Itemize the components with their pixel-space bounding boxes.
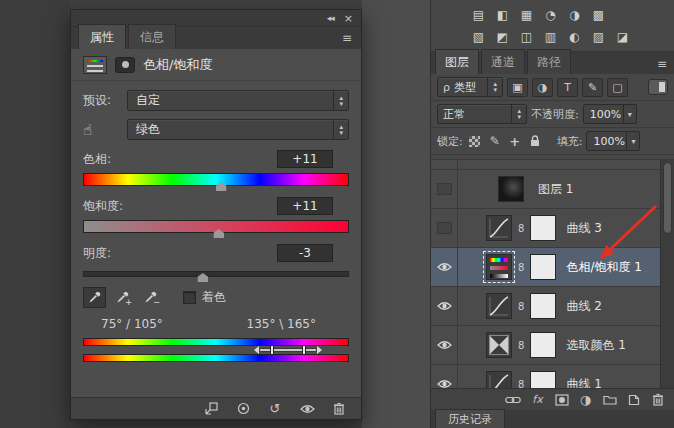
adjustment-preset-icon[interactable]: ◫ (519, 31, 534, 43)
colorize-control[interactable]: 着色 (183, 289, 226, 306)
layer-mask-thumbnail[interactable] (530, 293, 556, 319)
hue-slider-track[interactable] (83, 173, 349, 186)
layer-mask-thumbnail[interactable] (530, 371, 556, 388)
layer-name[interactable]: 选取颜色 1 (566, 337, 625, 354)
reset-adjustment-icon[interactable] (267, 401, 283, 417)
layer-mask-thumbnail[interactable] (530, 254, 556, 280)
layer-row-curves-1[interactable]: 8 曲线 1 (431, 365, 660, 388)
adjustment-preset-icon[interactable]: ◧ (495, 9, 510, 21)
filter-shape-layers-icon[interactable]: ✎ (582, 78, 603, 97)
channel-dropdown[interactable]: 绿色 (127, 119, 349, 140)
tab-properties[interactable]: 属性 (78, 24, 126, 49)
layer-name[interactable]: 色相/饱和度 1 (566, 259, 642, 276)
hue-saturation-adjustment-icon[interactable] (83, 56, 107, 74)
fill-dropdown-arrow-icon[interactable] (626, 132, 639, 150)
layer-row-curves-2[interactable]: 8 曲线 2 (431, 287, 660, 326)
toggle-visibility-eye-icon[interactable] (299, 401, 315, 417)
selective-color-layer-icon[interactable] (486, 332, 512, 358)
layer-list-scrollbar[interactable] (660, 159, 674, 388)
tab-layers[interactable]: 图层 (435, 49, 479, 74)
layer-row-partial[interactable] (431, 160, 660, 170)
eyedropper-subtract-icon[interactable] (139, 287, 162, 308)
mask-link-icon[interactable]: 8 (518, 340, 524, 351)
filter-type-layers-icon[interactable]: T (557, 78, 578, 97)
view-previous-state-icon[interactable] (235, 401, 251, 417)
mask-link-icon[interactable]: 8 (518, 223, 524, 234)
layers-panel-menu-icon[interactable]: ≡ (657, 57, 667, 71)
saturation-value-input[interactable]: +11 (277, 197, 333, 215)
tab-info[interactable]: 信息 (128, 24, 176, 49)
eyedropper-add-icon[interactable] (111, 287, 134, 308)
range-bar-right[interactable] (302, 345, 306, 355)
adjustment-preset-icon[interactable]: ◔ (543, 9, 558, 21)
layer-mask-thumbnail[interactable] (530, 332, 556, 358)
new-group-icon[interactable] (602, 392, 617, 407)
curves-layer-icon[interactable] (486, 293, 512, 319)
scrollbar-thumb[interactable] (663, 162, 672, 234)
hue-saturation-layer-icon[interactable] (486, 254, 512, 280)
adjustment-preset-icon[interactable]: ◑ (567, 9, 582, 21)
lock-transparent-pixels-icon[interactable] (467, 134, 483, 149)
new-layer-icon[interactable] (626, 392, 641, 407)
filter-kind-dropdown[interactable]: ρ 类型 (437, 77, 503, 97)
filter-toggle-icon[interactable] (648, 79, 668, 95)
preset-dropdown[interactable]: 自定 (127, 90, 349, 111)
range-triangle-left[interactable] (254, 346, 259, 354)
add-layer-mask-icon[interactable] (554, 392, 569, 407)
tab-history[interactable]: 历史记录 (435, 409, 505, 428)
eyedropper-icon[interactable] (83, 287, 106, 308)
tab-channels[interactable]: 通道 (481, 49, 525, 74)
adjustment-preset-icon[interactable]: ▨ (591, 31, 606, 43)
lock-image-pixels-icon[interactable] (487, 134, 503, 149)
properties-panel-menu-icon[interactable]: ≡ (342, 31, 352, 45)
layer-name[interactable]: 曲线 2 (566, 298, 601, 315)
new-adjustment-layer-icon[interactable] (578, 392, 593, 407)
layer-name[interactable]: 曲线 3 (566, 220, 601, 237)
targeted-adjustment-tool-icon[interactable] (83, 120, 127, 139)
layer-thumbnail[interactable] (498, 176, 524, 202)
tab-paths[interactable]: 路径 (527, 49, 571, 74)
hue-value-input[interactable]: +11 (277, 150, 333, 168)
layer-row-hue-saturation-1[interactable]: 8 色相/饱和度 1 (431, 248, 660, 287)
adjustment-preset-icon[interactable]: ▥ (543, 31, 558, 43)
adjustment-preset-icon[interactable]: ▧ (471, 31, 486, 43)
collapse-to-icons-icon[interactable]: ◂◂ (327, 14, 334, 23)
colorize-checkbox[interactable] (183, 291, 196, 304)
opacity-input[interactable]: 100% (583, 104, 637, 124)
visibility-toggle[interactable] (431, 160, 458, 169)
curves-layer-icon[interactable] (486, 215, 512, 241)
mask-link-icon[interactable]: 8 (518, 301, 524, 312)
mask-view-icon[interactable] (115, 57, 135, 73)
filter-smart-object-icon[interactable]: ▢ (607, 78, 628, 97)
curves-layer-icon[interactable] (486, 371, 512, 388)
layer-mask-thumbnail[interactable] (530, 215, 556, 241)
delete-adjustment-icon[interactable] (331, 401, 347, 417)
visibility-toggle[interactable] (431, 248, 458, 286)
clip-to-layer-icon[interactable] (203, 401, 219, 417)
layer-row-layer-1[interactable]: 图层 1 (431, 170, 660, 209)
hue-slider-handle[interactable] (216, 182, 227, 191)
lock-position-icon[interactable] (507, 134, 523, 149)
opacity-dropdown-arrow-icon[interactable] (623, 105, 636, 123)
range-bar-left[interactable] (270, 345, 274, 355)
filter-adjustment-layers-icon[interactable]: ◑ (532, 78, 553, 97)
delete-layer-icon[interactable] (650, 392, 665, 407)
saturation-slider-track[interactable] (83, 220, 349, 233)
fill-input[interactable]: 100% (586, 131, 640, 151)
saturation-slider-handle[interactable] (213, 229, 224, 238)
close-panel-icon[interactable]: × (344, 13, 353, 24)
adjustment-preset-icon[interactable]: ▩ (591, 9, 606, 21)
adjustment-preset-icon[interactable]: ▦ (519, 9, 534, 21)
visibility-toggle[interactable] (431, 365, 458, 388)
layer-name[interactable]: 图层 1 (538, 181, 573, 198)
link-layers-icon[interactable] (505, 392, 521, 407)
layer-style-icon[interactable] (530, 392, 545, 407)
layer-row-curves-3[interactable]: 8 曲线 3 (431, 209, 660, 248)
visibility-toggle[interactable] (431, 326, 458, 364)
visibility-toggle[interactable] (431, 287, 458, 325)
adjustment-preset-icon[interactable]: ◩ (495, 31, 510, 43)
lightness-value-input[interactable]: -3 (277, 244, 333, 262)
range-strip[interactable] (259, 348, 318, 352)
mask-link-icon[interactable]: 8 (518, 379, 524, 389)
visibility-toggle[interactable] (431, 209, 458, 247)
